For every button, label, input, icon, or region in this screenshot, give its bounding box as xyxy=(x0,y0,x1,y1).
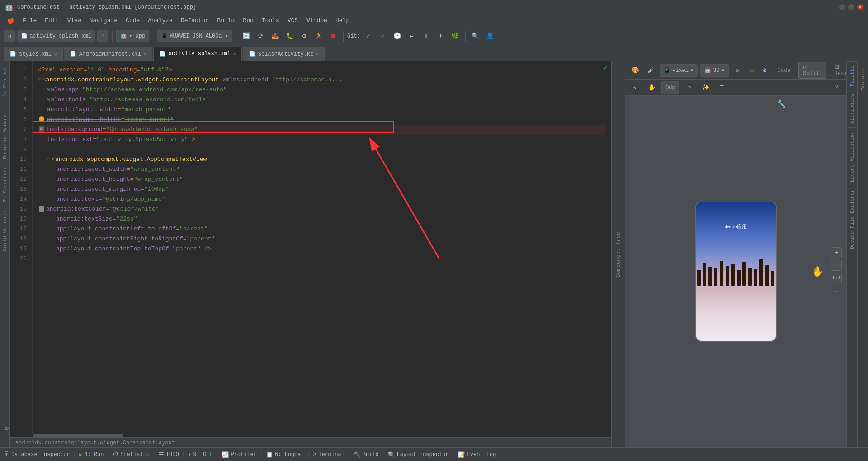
dp-value-display[interactable]: 0dp xyxy=(661,81,679,94)
git-btn[interactable]: ⚡ 9: Git xyxy=(188,451,213,458)
attributes-tab[interactable]: Attributes xyxy=(848,90,857,127)
fit-screen-btn[interactable]: 1:1 xyxy=(831,273,842,283)
menu-apple[interactable]: 🍎 xyxy=(4,16,18,25)
scrollbar-thumb[interactable] xyxy=(33,434,123,437)
tree-9 xyxy=(742,262,746,286)
api-dropdown[interactable]: 🤖 30 ▾ xyxy=(700,64,729,77)
zoom-out-btn[interactable]: − xyxy=(831,260,842,271)
maximize-button[interactable]: □ xyxy=(848,4,854,10)
git-check-1[interactable]: ✓ xyxy=(362,30,375,42)
device-file-explorer-tab[interactable]: Device File Explorer xyxy=(848,186,857,253)
tab-styles-xml[interactable]: 📄 styles.xml ✕ xyxy=(4,47,63,61)
git-push[interactable]: ⬆ xyxy=(420,30,433,42)
sync-button[interactable]: ⟳ xyxy=(255,30,267,42)
tab-manifest[interactable]: 📄 AndroidManifest.xml ✕ xyxy=(64,47,152,61)
help-btn[interactable]: ? xyxy=(830,81,843,94)
window-controls[interactable]: − □ ✕ xyxy=(839,4,863,10)
tab-manifest-close[interactable]: ✕ xyxy=(144,52,146,57)
debug-button[interactable]: 🐛 xyxy=(283,30,296,42)
menu-help[interactable]: Help xyxy=(332,16,353,25)
settings-icon[interactable]: ⚙ xyxy=(298,30,311,42)
refresh-button[interactable]: 🔄 xyxy=(240,30,253,42)
align-btn[interactable]: ⊤ xyxy=(716,81,728,94)
code-view-btn[interactable]: Code xyxy=(773,66,796,75)
minimize-button[interactable]: − xyxy=(839,4,845,10)
code-editor[interactable]: <?xml version="1.0" encoding="utf-8"?> ▽… xyxy=(33,61,611,434)
tab-activity-splash-close[interactable]: ✕ xyxy=(233,51,236,56)
device-dropdown[interactable]: 📱 HUAWEI JSN-AL00a ▾ xyxy=(157,30,232,42)
theme-btn[interactable]: 🖌 xyxy=(644,64,657,77)
build-btn[interactable]: 🔨 Build xyxy=(354,451,379,458)
app-dropdown[interactable]: 🤖 ▾ app xyxy=(116,30,149,42)
logcat-btn[interactable]: 📋 6: Logcat xyxy=(266,451,304,458)
menu-window[interactable]: Window xyxy=(302,16,331,25)
sync-icon-btn[interactable]: ⚡ xyxy=(97,30,108,42)
git-history[interactable]: 🕐 xyxy=(391,30,404,42)
menu-view[interactable]: View xyxy=(63,16,85,25)
palette-tab[interactable]: Palette xyxy=(848,61,857,90)
tab-activity-splash[interactable]: 📄 activity_splash.xml ✕ xyxy=(153,47,242,61)
design-icon: 🖼 xyxy=(834,64,840,71)
git-check-2[interactable]: ✓ xyxy=(377,30,389,42)
app-name: ▾ app xyxy=(129,33,145,39)
left-tab-resource-manager[interactable]: Resource Manager xyxy=(0,108,9,163)
statistic-btn[interactable]: ⏱ Statistic xyxy=(113,451,150,458)
edit-pen-icon[interactable]: ✏ xyxy=(831,285,842,296)
menu-code[interactable]: Code xyxy=(122,16,143,25)
right-design-panel: 🎨 🖌 📱 Pixel ▾ 🤖 30 ▾ » ⚠ ⚙ Code xyxy=(625,61,846,447)
menu-tools[interactable]: Tools xyxy=(258,16,283,25)
menu-analyze[interactable]: Analyze xyxy=(144,16,176,25)
panning-btn[interactable]: ✋ xyxy=(645,81,658,94)
menu-file[interactable]: File xyxy=(19,16,40,25)
settings-right-btn[interactable]: ⚙ xyxy=(760,64,769,77)
event-log-btn[interactable]: 📝 Event Log xyxy=(458,451,496,458)
left-tab-unknown[interactable] xyxy=(3,100,7,108)
line-numbers: 1 2 3 4 5 6 7 8 9 10 11 12 13 14 15 16 1… xyxy=(10,61,33,434)
hand-cursor-icon[interactable]: ✋ xyxy=(811,266,824,278)
menu-build[interactable]: Build xyxy=(213,16,238,25)
layout-inspector-btn[interactable]: 🔍 Layout Inspector xyxy=(388,451,449,458)
tab-styles-xml-close[interactable]: ✕ xyxy=(54,52,57,57)
git-undo[interactable]: ↩ xyxy=(406,30,418,42)
layout-validation-tab[interactable]: Layout Validation xyxy=(848,127,857,186)
wrench-icon[interactable]: 🔧 xyxy=(777,99,786,108)
component-tree-settings-icon[interactable]: ⚙ xyxy=(0,421,14,435)
left-tab-project[interactable]: 1: Project xyxy=(0,63,9,100)
terminal-btn[interactable]: > Terminal xyxy=(313,451,344,458)
split-view-btn[interactable]: ⊟ Split xyxy=(798,62,826,79)
menu-navigate[interactable]: Navigate xyxy=(86,16,121,25)
zoom-in-btn[interactable]: + xyxy=(831,247,842,258)
left-tab-structure[interactable]: Z: Structure xyxy=(0,163,9,206)
warning-icon-btn[interactable]: ⚠ xyxy=(747,64,757,77)
curve-tool[interactable]: ⌒ xyxy=(683,81,696,94)
palette-icon-btn[interactable]: 🎨 xyxy=(629,64,642,77)
git-branch[interactable]: 🌿 xyxy=(449,30,462,42)
back-button[interactable]: ◁ xyxy=(4,30,15,42)
run-btn[interactable]: ▶ 4: Run xyxy=(79,451,104,458)
close-button[interactable]: ✕ xyxy=(857,4,863,10)
more-options-btn[interactable]: » xyxy=(731,64,744,77)
select-mode-btn[interactable]: ↖ xyxy=(629,81,642,94)
search-button[interactable]: 🔍 xyxy=(469,30,482,42)
magic-wand-btn[interactable]: ✨ xyxy=(699,81,712,94)
deploy-button[interactable]: 📤 xyxy=(269,30,282,42)
profiler-button[interactable]: 🏃 xyxy=(312,30,325,42)
stop-button[interactable]: ⏹ xyxy=(327,30,340,42)
profiler-bottom-btn[interactable]: 📈 Profiler xyxy=(222,451,257,458)
tree-8 xyxy=(737,270,741,286)
horizontal-scrollbar[interactable] xyxy=(10,434,611,437)
menu-edit[interactable]: Edit xyxy=(41,16,62,25)
todo-btn[interactable]: ☰ TODO xyxy=(159,451,179,458)
menu-vcs[interactable]: VCS xyxy=(284,16,302,25)
profile-button[interactable]: 👤 xyxy=(484,30,496,42)
database-inspector-btn[interactable]: 🗄 Database Inspector xyxy=(4,451,70,458)
git-fetch[interactable]: ⬇ xyxy=(434,30,447,42)
tab-splash-activity[interactable]: 📄 SplashActivity.kt ✕ xyxy=(243,47,325,61)
menu-refactor[interactable]: Refactor xyxy=(177,16,212,25)
logcat-label: 6: Logcat xyxy=(275,452,304,458)
tab-splash-activity-close[interactable]: ✕ xyxy=(316,52,319,57)
emulator-label[interactable]: Emulator xyxy=(860,63,866,94)
left-tab-build-variants[interactable]: Build Variants xyxy=(0,206,9,254)
menu-run[interactable]: Run xyxy=(239,16,257,25)
pixel-dropdown[interactable]: 📱 Pixel ▾ xyxy=(660,64,698,77)
